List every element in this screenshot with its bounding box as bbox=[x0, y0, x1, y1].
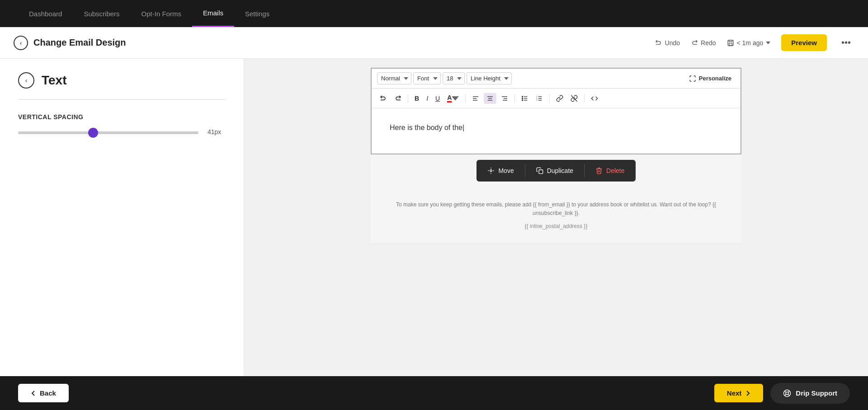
nav-item-settings[interactable]: Settings bbox=[234, 0, 280, 27]
move-icon bbox=[487, 167, 495, 174]
color-chevron-icon bbox=[452, 95, 459, 102]
numbered-list-icon: 123 bbox=[536, 95, 543, 102]
redo-label: Redo bbox=[701, 39, 716, 47]
style-select[interactable]: Normal bbox=[377, 72, 411, 84]
email-footer: To make sure you keep getting these emai… bbox=[371, 187, 741, 243]
header-bar: ‹ Change Email Design Undo Redo < 1m ago… bbox=[0, 27, 868, 59]
duplicate-icon bbox=[536, 167, 543, 174]
formatting-toolbar: B I U A bbox=[372, 89, 741, 108]
nav-item-subscribers[interactable]: Subscribers bbox=[73, 0, 130, 27]
top-nav: Dashboard Subscribers Opt-In Forms Email… bbox=[0, 0, 868, 27]
italic-button[interactable]: I bbox=[424, 93, 431, 104]
undo-button[interactable]: Undo bbox=[655, 39, 680, 47]
text-color-button[interactable]: A bbox=[444, 92, 462, 104]
align-right-icon bbox=[501, 95, 508, 102]
back-button[interactable]: Back bbox=[18, 384, 69, 402]
svg-point-14 bbox=[522, 98, 523, 99]
svg-point-26 bbox=[786, 392, 788, 395]
text-cursor bbox=[462, 124, 464, 131]
toolbar-separator-3 bbox=[514, 94, 515, 103]
preview-button[interactable]: Preview bbox=[781, 34, 827, 51]
undo-label: Undo bbox=[665, 39, 680, 47]
bold-icon: B bbox=[415, 95, 419, 102]
bold-button[interactable]: B bbox=[412, 93, 422, 104]
vertical-spacing-slider[interactable] bbox=[18, 131, 198, 134]
text-color-icon: A bbox=[447, 94, 452, 102]
svg-point-23 bbox=[490, 170, 492, 172]
editor-redo-button[interactable] bbox=[392, 93, 404, 104]
svg-point-15 bbox=[522, 100, 523, 101]
nav-item-dashboard[interactable]: Dashboard bbox=[18, 0, 73, 27]
delete-label: Delete bbox=[606, 167, 624, 174]
action-bar: Move Duplicate Delete bbox=[476, 160, 635, 182]
source-code-button[interactable] bbox=[588, 93, 601, 104]
editor-toolbar: Normal Font 18 Line Height bbox=[372, 69, 741, 89]
main-content: ‹ Text Vertical Spacing 41px Normal bbox=[0, 59, 868, 376]
line-height-select[interactable]: Line Height bbox=[467, 72, 512, 84]
link-icon bbox=[556, 95, 563, 102]
support-label: Drip Support bbox=[796, 389, 837, 397]
save-indicator[interactable]: < 1m ago bbox=[727, 39, 771, 47]
align-right-button[interactable] bbox=[498, 93, 511, 104]
italic-icon: I bbox=[426, 95, 428, 102]
source-code-icon bbox=[591, 95, 598, 102]
font-select[interactable]: Font bbox=[413, 72, 441, 84]
toolbar-separator-2 bbox=[465, 94, 466, 103]
delete-button[interactable]: Delete bbox=[584, 164, 635, 177]
editor-redo-icon bbox=[394, 95, 401, 102]
svg-point-13 bbox=[522, 96, 523, 97]
align-center-icon bbox=[486, 95, 494, 102]
link-button[interactable] bbox=[553, 93, 566, 104]
svg-text:3: 3 bbox=[537, 99, 538, 101]
bottom-bar: Back Next Drip Support bbox=[0, 376, 868, 410]
toolbar-separator-1 bbox=[408, 94, 408, 103]
move-button[interactable]: Move bbox=[476, 164, 524, 177]
redo-button[interactable]: Redo bbox=[691, 39, 716, 47]
page-title: Change Email Design bbox=[33, 37, 126, 48]
bottom-right: Next Drip Support bbox=[714, 383, 850, 404]
save-icon bbox=[727, 39, 734, 47]
back-label: Back bbox=[40, 389, 56, 397]
duplicate-button[interactable]: Duplicate bbox=[525, 164, 584, 177]
panel-divider bbox=[18, 99, 226, 100]
email-canvas: Normal Font 18 Line Height bbox=[371, 68, 741, 243]
editor-content[interactable]: Here is the body of the bbox=[372, 108, 741, 154]
slider-value: 41px bbox=[208, 128, 226, 135]
editor-text: Here is the body of the bbox=[390, 124, 462, 131]
toolbar-separator-4 bbox=[549, 94, 550, 103]
left-panel: ‹ Text Vertical Spacing 41px bbox=[0, 59, 244, 376]
underline-icon: U bbox=[435, 95, 440, 102]
unlink-button[interactable] bbox=[568, 93, 580, 104]
size-select[interactable]: 18 bbox=[443, 72, 465, 84]
slider-container bbox=[18, 128, 198, 136]
action-bar-wrapper: Move Duplicate Delete bbox=[371, 160, 741, 182]
slider-row: 41px bbox=[18, 128, 226, 136]
text-editor-block[interactable]: Normal Font 18 Line Height bbox=[371, 68, 741, 154]
canvas-area: Normal Font 18 Line Height bbox=[244, 59, 868, 376]
more-options-button[interactable]: ••• bbox=[838, 36, 854, 50]
svg-rect-24 bbox=[539, 170, 543, 174]
support-button[interactable]: Drip Support bbox=[770, 383, 850, 404]
editor-undo-button[interactable] bbox=[377, 93, 390, 104]
next-button[interactable]: Next bbox=[714, 384, 764, 402]
align-center-button[interactable] bbox=[484, 93, 496, 104]
header-left: ‹ Change Email Design bbox=[14, 36, 126, 50]
toolbar-separator-5 bbox=[584, 94, 585, 103]
numbered-list-button[interactable]: 123 bbox=[533, 93, 546, 104]
bullet-list-icon bbox=[521, 95, 528, 102]
nav-item-opt-in-forms[interactable]: Opt-In Forms bbox=[131, 0, 192, 27]
underline-button[interactable]: U bbox=[433, 93, 443, 104]
nav-item-emails[interactable]: Emails bbox=[192, 0, 234, 27]
redo-icon bbox=[691, 39, 698, 47]
next-label: Next bbox=[727, 389, 742, 397]
personalize-label: Personalize bbox=[699, 75, 731, 82]
panel-back-button[interactable]: ‹ bbox=[18, 72, 34, 89]
personalize-icon bbox=[689, 75, 696, 82]
align-left-button[interactable] bbox=[469, 93, 482, 104]
bullet-list-button[interactable] bbox=[519, 93, 531, 104]
personalize-button[interactable]: Personalize bbox=[685, 73, 735, 84]
vertical-spacing-label: Vertical Spacing bbox=[18, 113, 226, 121]
footer-text: To make sure you keep getting these emai… bbox=[389, 200, 723, 218]
panel-title: Text bbox=[42, 73, 67, 88]
header-back-button[interactable]: ‹ bbox=[14, 36, 28, 50]
